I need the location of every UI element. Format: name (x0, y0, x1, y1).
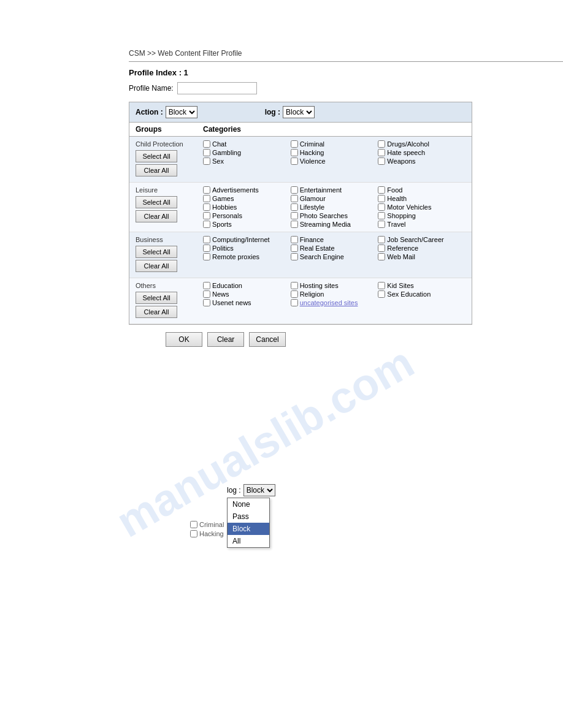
clear-button[interactable]: Clear (207, 332, 244, 347)
checkbox-gambling[interactable] (203, 149, 210, 156)
select-all-3[interactable]: Select All (136, 292, 177, 304)
checkbox-drugs-alcohol[interactable] (378, 140, 385, 148)
checkbox-health[interactable] (378, 195, 385, 202)
checkbox-item-weapons: Weapons (378, 157, 465, 165)
checkbox-sex[interactable] (203, 157, 210, 165)
section-child-protection: Child ProtectionSelect AllClear AllChatG… (129, 137, 472, 183)
checkbox-item-search-engine: Search Engine (291, 253, 378, 260)
select-all-1[interactable]: Select All (136, 196, 177, 208)
clear-all-0[interactable]: Clear All (136, 164, 177, 176)
checkbox-item-reference: Reference (378, 245, 465, 252)
checkbox-remote-proxies[interactable] (203, 253, 210, 260)
group-name-1: Leisure (136, 186, 203, 194)
checkbox-item-sex: Sex (203, 157, 291, 165)
profile-index: Profile Index : 1 (129, 68, 563, 77)
checkbox-item-uncategorised-sites: uncategorised sites (291, 299, 378, 306)
log-dropdown-list: None Pass Block All (227, 498, 270, 548)
section-others: OthersSelect AllClear AllEducationNewsUs… (129, 278, 472, 324)
checkbox-news[interactable] (203, 290, 210, 298)
checkbox-reference[interactable] (378, 245, 385, 252)
checkbox-streaming-media[interactable] (291, 221, 298, 228)
checkbox-computing-internet[interactable] (203, 236, 210, 243)
checkbox-hacking[interactable] (291, 149, 298, 156)
checkbox-item-streaming-media: Streaming Media (291, 221, 378, 228)
checkbox-religion[interactable] (291, 290, 298, 298)
checkbox-sex-education[interactable] (378, 290, 385, 298)
checkbox-entertainment[interactable] (291, 186, 298, 194)
checkbox-item-shopping: Shopping (378, 212, 465, 219)
select-all-0[interactable]: Select All (136, 150, 177, 162)
checkbox-web-mail[interactable] (378, 253, 385, 260)
clear-all-3[interactable]: Clear All (136, 306, 177, 318)
checkbox-real-estate[interactable] (291, 245, 298, 252)
select-all-2[interactable]: Select All (136, 246, 177, 258)
checkbox-item-web-mail: Web Mail (378, 253, 465, 260)
checkbox-item-job-search-career: Job Search/Career (378, 236, 465, 243)
ok-button[interactable]: OK (166, 332, 202, 347)
dropdown-option-pass[interactable]: Pass (228, 510, 269, 523)
checkbox-item-religion: Religion (291, 290, 378, 298)
checkbox-shopping[interactable] (378, 212, 385, 219)
checkbox-kid-sites[interactable] (378, 282, 385, 289)
checkbox-job-search-career[interactable] (378, 236, 385, 243)
dropdown-option-block[interactable]: Block (228, 523, 269, 535)
checkbox-item-personals: Personals (203, 212, 291, 219)
checkbox-advertisements[interactable] (203, 186, 210, 194)
log-select[interactable]: Block Pass None All (283, 106, 315, 118)
dropdown-option-none[interactable]: None (228, 498, 269, 510)
checkbox-item-health: Health (378, 195, 465, 202)
checkbox-games[interactable] (203, 195, 210, 202)
checkbox-item-remote-proxies: Remote proxies (203, 253, 291, 260)
checkbox-item-travel: Travel (378, 221, 465, 228)
checkbox-hosting-sites[interactable] (291, 282, 298, 289)
clear-all-2[interactable]: Clear All (136, 260, 177, 272)
checkbox-item-politics: Politics (203, 245, 291, 252)
cancel-button[interactable]: Cancel (249, 332, 286, 347)
checkbox-finance[interactable] (291, 236, 298, 243)
checkbox-item-kid-sites: Kid Sites (378, 282, 465, 289)
checkbox-motor-vehicles[interactable] (378, 203, 385, 211)
checkbox-item-sports: Sports (203, 221, 291, 228)
checkbox-politics[interactable] (203, 245, 210, 252)
checkbox-chat[interactable] (203, 140, 210, 148)
partial-hacking: Hacking (190, 530, 224, 537)
dropdown-option-all[interactable]: All (228, 535, 269, 547)
partial-criminal-checkbox[interactable] (190, 521, 197, 528)
checkbox-usenet-news[interactable] (203, 299, 210, 306)
log-select-overlay[interactable]: Block (243, 484, 275, 496)
checkbox-photo-searches[interactable] (291, 212, 298, 219)
checkbox-item-motor-vehicles: Motor Vehicles (378, 203, 465, 211)
checkbox-item-lifestyle: Lifestyle (291, 203, 378, 211)
checkbox-personals[interactable] (203, 212, 210, 219)
log-dropdown-label-overlay: log : Block (227, 484, 275, 496)
checkbox-item-gambling: Gambling (203, 149, 291, 156)
checkbox-violence[interactable] (291, 157, 298, 165)
checkbox-weapons[interactable] (378, 157, 385, 165)
checkbox-search-engine[interactable] (291, 253, 298, 260)
group-name-2: Business (136, 236, 203, 243)
checkbox-education[interactable] (203, 282, 210, 289)
profile-name-input[interactable] (177, 82, 257, 94)
checkbox-criminal[interactable] (291, 140, 298, 148)
log-label: log : (265, 108, 280, 116)
checkbox-uncategorised-sites[interactable] (291, 299, 298, 306)
checkbox-glamour[interactable] (291, 195, 298, 202)
checkbox-sports[interactable] (203, 221, 210, 228)
dropdown-overlay: log : Block None Pass Block All (227, 484, 275, 548)
checkbox-item-games: Games (203, 195, 291, 202)
checkbox-travel[interactable] (378, 221, 385, 228)
breadcrumb: CSM >> Web Content Filter Profile (129, 49, 563, 62)
checkbox-item-finance: Finance (291, 236, 378, 243)
clear-all-1[interactable]: Clear All (136, 210, 177, 222)
partial-hacking-checkbox[interactable] (190, 530, 197, 537)
checkbox-item-hate-speech: Hate speech (378, 149, 465, 156)
checkbox-hobbies[interactable] (203, 203, 210, 211)
checkbox-lifestyle[interactable] (291, 203, 298, 211)
checkbox-food[interactable] (378, 186, 385, 194)
checkbox-hate-speech[interactable] (378, 149, 385, 156)
section-leisure: LeisureSelect AllClear AllAdvertisements… (129, 183, 472, 232)
action-select[interactable]: Block Pass None (166, 106, 197, 118)
checkbox-item-glamour: Glamour (291, 195, 378, 202)
checkbox-item-hosting-sites: Hosting sites (291, 282, 378, 289)
sections-container: Child ProtectionSelect AllClear AllChatG… (129, 137, 472, 324)
